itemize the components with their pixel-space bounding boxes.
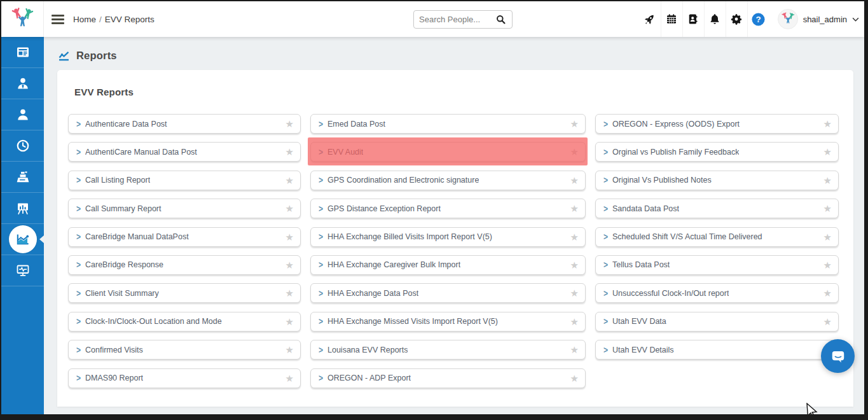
report-item[interactable]: >OREGON - Express (OODS) Export★ xyxy=(595,114,839,134)
report-item[interactable]: >Orginal vs Publish Family Feedback★ xyxy=(595,142,839,162)
report-item[interactable]: >Confirmed Visits★ xyxy=(68,340,301,360)
report-item[interactable]: >Call Listing Report★ xyxy=(68,171,301,190)
report-item[interactable]: >Clock-In/Clock-Out Location and Mode★ xyxy=(68,312,301,332)
sidebar-item-reports-active[interactable] xyxy=(1,224,44,255)
breadcrumb: Home / EVV Reports xyxy=(73,15,155,24)
report-item-label: OREGON - ADP Export xyxy=(327,374,411,382)
notifications-bell-icon xyxy=(708,13,721,25)
star-icon[interactable]: ★ xyxy=(570,374,579,383)
star-icon[interactable]: ★ xyxy=(286,260,294,270)
star-icon[interactable]: ★ xyxy=(286,317,294,326)
report-item[interactable]: >HHA Exchange Data Post★ xyxy=(310,283,586,303)
sidebar-item-employees[interactable] xyxy=(1,68,44,99)
settings-button[interactable] xyxy=(726,1,747,37)
search-icon[interactable] xyxy=(495,13,507,25)
chevron-right-icon: > xyxy=(603,260,608,270)
star-icon[interactable]: ★ xyxy=(570,345,579,354)
report-item[interactable]: >Utah EVV Details★ xyxy=(595,340,839,360)
sidebar-item-training[interactable] xyxy=(1,193,44,224)
report-item-highlighted[interactable]: >EVV Audit★ xyxy=(310,142,586,162)
star-icon[interactable]: ★ xyxy=(570,260,579,270)
star-icon[interactable]: ★ xyxy=(570,147,579,157)
report-item[interactable]: >Client Visit Summary★ xyxy=(68,283,301,303)
report-item[interactable]: >CareBridge Manual DataPost★ xyxy=(68,227,301,247)
search-people-input[interactable] xyxy=(419,15,495,24)
report-item-label: Original Vs Published Notes xyxy=(612,176,712,185)
report-item[interactable]: >HHA Exchange Billed Visits Import Repor… xyxy=(310,227,586,247)
chevron-right-icon: > xyxy=(319,288,323,298)
app-screen: Home / EVV Reports xyxy=(1,1,864,414)
report-item[interactable]: >DMAS90 Report★ xyxy=(68,368,301,388)
star-icon[interactable]: ★ xyxy=(823,260,832,270)
star-icon[interactable]: ★ xyxy=(286,345,294,354)
star-icon[interactable]: ★ xyxy=(823,147,832,157)
report-item-label: HHA Exchange Caregiver Bulk Import xyxy=(327,260,460,269)
notifications-button[interactable] xyxy=(704,1,726,37)
calendar-button[interactable] xyxy=(661,1,682,37)
star-icon[interactable]: ★ xyxy=(286,204,294,213)
chevron-right-icon: > xyxy=(319,345,323,355)
report-item[interactable]: >HHA Exchange Caregiver Bulk Import★ xyxy=(310,255,586,275)
chevron-right-icon: > xyxy=(603,345,608,355)
star-icon[interactable]: ★ xyxy=(823,317,832,326)
address-book-button[interactable] xyxy=(682,1,704,37)
sidebar-item-clients[interactable] xyxy=(1,99,44,130)
sidebar-item-time-clock[interactable] xyxy=(1,130,44,162)
menu-toggle-button[interactable] xyxy=(52,15,64,24)
app-logo[interactable] xyxy=(1,1,44,37)
report-item[interactable]: >Original Vs Published Notes★ xyxy=(595,171,839,190)
search-people-box xyxy=(413,10,513,29)
report-item-label: CareBridge Response xyxy=(85,260,163,269)
sidebar-item-billing[interactable] xyxy=(1,162,44,193)
star-icon[interactable]: ★ xyxy=(570,204,579,213)
report-item[interactable]: >GPS Distance Exception Report★ xyxy=(310,199,586,218)
reports-chart-icon xyxy=(15,231,31,248)
sidebar-item-monitoring[interactable] xyxy=(1,255,44,286)
star-icon[interactable]: ★ xyxy=(570,119,579,129)
user-menu[interactable]: shail_admin xyxy=(778,9,859,29)
report-item[interactable]: >Authenticare Data Post★ xyxy=(68,114,301,134)
report-item[interactable]: >Call Summary Report★ xyxy=(68,199,301,218)
help-button[interactable]: ? xyxy=(747,1,769,37)
billing-register-icon xyxy=(15,169,31,185)
star-icon[interactable]: ★ xyxy=(823,176,832,185)
star-icon[interactable]: ★ xyxy=(823,288,832,298)
report-item[interactable]: >AuthentiCare Manual Data Post★ xyxy=(68,142,301,162)
report-item[interactable]: >Scheduled Shift V/S Actual Time Deliver… xyxy=(595,227,839,247)
report-item[interactable]: >Unsuccessful Clock-In/Out report★ xyxy=(595,283,839,303)
report-item[interactable]: >GPS Coordination and Electronic signatu… xyxy=(310,171,586,190)
chevron-right-icon: > xyxy=(603,316,608,326)
star-icon[interactable]: ★ xyxy=(570,232,579,242)
report-item-label: Emed Data Post xyxy=(327,120,385,129)
star-icon[interactable]: ★ xyxy=(286,119,294,129)
sidebar-item-news[interactable] xyxy=(1,37,44,68)
report-item-label: CareBridge Manual DataPost xyxy=(85,232,189,241)
report-item[interactable]: >CareBridge Response★ xyxy=(68,255,301,275)
star-icon[interactable]: ★ xyxy=(570,317,579,326)
report-item[interactable]: >Louisana EVV Reports★ xyxy=(310,340,586,360)
star-icon[interactable]: ★ xyxy=(286,374,294,383)
chat-launcher-button[interactable] xyxy=(821,339,855,373)
sidebar-nav xyxy=(1,37,44,414)
star-icon[interactable]: ★ xyxy=(286,288,294,298)
star-icon[interactable]: ★ xyxy=(286,176,294,185)
report-item[interactable]: >Sandata Data Post★ xyxy=(595,199,839,218)
report-item[interactable]: >OREGON - ADP Export★ xyxy=(310,368,586,388)
report-item[interactable]: >HHA Exchange Missed Visits Import Repor… xyxy=(310,312,586,332)
card-title: EVV Reports xyxy=(74,87,839,97)
star-icon[interactable]: ★ xyxy=(286,232,294,242)
rocket-button[interactable] xyxy=(639,1,661,37)
report-item-label: Tellus Data Post xyxy=(612,260,670,269)
report-item-label: Call Listing Report xyxy=(85,176,150,185)
star-icon[interactable]: ★ xyxy=(823,204,832,213)
breadcrumb-home-link[interactable]: Home xyxy=(73,15,96,24)
report-item[interactable]: >Emed Data Post★ xyxy=(310,114,586,134)
star-icon[interactable]: ★ xyxy=(570,288,579,298)
report-item[interactable]: >Tellus Data Post★ xyxy=(595,255,839,275)
star-icon[interactable]: ★ xyxy=(286,147,294,157)
star-icon[interactable]: ★ xyxy=(823,119,832,129)
star-icon[interactable]: ★ xyxy=(823,232,832,242)
svg-text:?: ? xyxy=(755,15,761,24)
star-icon[interactable]: ★ xyxy=(570,176,579,185)
report-item[interactable]: >Utah EVV Data★ xyxy=(595,312,839,332)
